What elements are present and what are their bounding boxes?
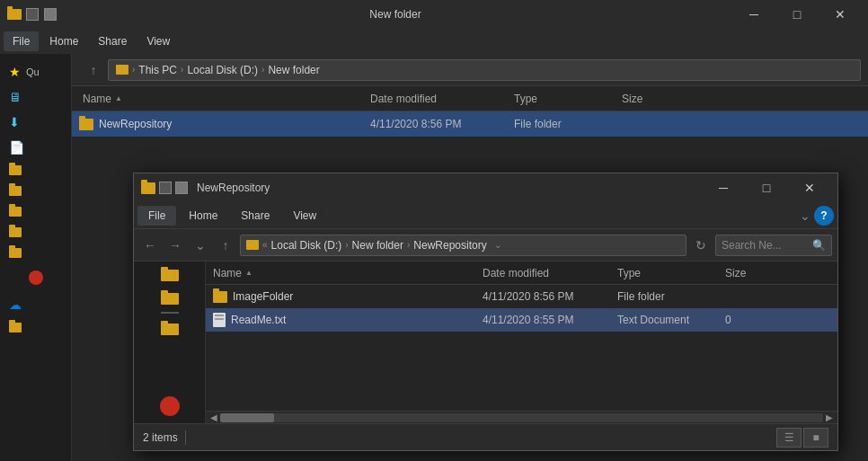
inner-sort-arrow: ▲ [245,269,252,277]
inner-forward-btn[interactable]: → [164,235,186,256]
sidebar-item-p[interactable] [4,162,67,179]
folder-icon-a [9,323,22,332]
bg-address-path[interactable]: › This PC › Local Disk (D:) › New folder [108,59,861,81]
bg-col-headers: Name ▲ Date modified Type Size [72,86,868,111]
bg-path-sep-2: › [181,65,183,75]
bg-close-btn[interactable]: ✕ [819,0,861,29]
inner-sidebar-folder2 [161,290,179,305]
inner-date-imagefolder: 4/11/2020 8:56 PM [477,290,612,303]
bg-menu-share[interactable]: Share [89,31,136,51]
bg-file-row-newrepo[interactable]: NewRepository 4/11/2020 8:56 PM File fol… [72,111,868,137]
bg-col-name-header[interactable]: Name ▲ [75,93,363,105]
inner-file-row-readme[interactable]: ReadMe.txt 4/11/2020 8:55 PM Text Docume… [206,308,837,332]
folder-icon-p [9,165,22,175]
bg-menu-home[interactable]: Home [40,31,87,51]
inner-addr-sep3: › [407,240,410,250]
bg-up-btn[interactable]: ↑ [83,59,104,81]
inner-maximize-btn[interactable]: □ [746,173,787,202]
inner-sidebar-folder3 [161,321,179,335]
bg-filename-label-newrepo: NewRepository [99,118,172,130]
inner-dropdown-btn[interactable]: ⌄ [190,235,211,256]
folder-icon-newrepo [79,119,93,130]
folder-icon-g1 [9,186,22,196]
inner-col-date-header[interactable]: Date modified [477,267,612,279]
bg-col-date-header[interactable]: Date modified [363,93,507,105]
scroll-right-btn[interactable]: ▶ [823,412,836,424]
inner-menu-view[interactable]: View [282,206,327,226]
inner-col-type-header[interactable]: Type [612,267,720,279]
sidebar-item-cr[interactable] [4,265,67,290]
inner-window-title: NewRepository [197,182,697,194]
bg-window-title: New folder [63,8,728,21]
view-details-btn[interactable]: ☰ [776,428,802,448]
scroll-left-btn[interactable]: ◀ [208,412,220,424]
bg-path-drive[interactable]: Local Disk (D:) [187,64,258,76]
inner-menu-dropdown-icon[interactable]: ⌄ [800,208,810,223]
monitor-icon: 🖥 [9,90,22,104]
status-divider [185,430,186,445]
inner-close-btn[interactable]: ✕ [789,173,830,202]
inner-file-name-imagefolder: ImageFolder [208,290,477,303]
bg-menu-view[interactable]: View [137,31,179,51]
sidebar-item-a[interactable] [4,319,67,336]
sidebar-item-doc[interactable]: 📄 [4,137,67,158]
bg-sidebar: ★ Qu 🖥 ⬇ 📄 [0,86,72,461]
inner-search-box[interactable]: Search Ne... 🔍 [715,235,832,256]
inner-search-placeholder: Search Ne... [722,239,782,252]
bg-path-folder[interactable]: New folder [268,64,319,76]
doc-icon: 📄 [9,140,24,155]
inner-menu-home[interactable]: Home [178,206,228,226]
cloud-icon: ☁ [9,297,22,312]
inner-type-imagefolder: File folder [612,290,720,303]
inner-path-repo[interactable]: NewRepository [413,239,486,252]
view-tiles-btn[interactable]: ■ [803,428,828,448]
bg-menu-file[interactable]: File [4,31,39,51]
status-item-count: 2 items [143,431,178,444]
inner-col-headers: Name ▲ Date modified Type Size [206,262,837,285]
inner-sidebar [134,262,206,423]
inner-menu-file[interactable]: File [137,206,176,226]
inner-sidebar-bottom [136,395,203,418]
view-buttons: ☰ ■ [776,428,828,448]
inner-minimize-btn[interactable]: ─ [703,173,744,202]
inner-help-btn[interactable]: ? [814,206,834,226]
inner-type-readme: Text Document [612,314,720,326]
inner-path-folder[interactable]: New folder [352,239,403,252]
bg-maximize-btn[interactable]: □ [776,0,818,29]
sidebar-item-d1[interactable]: 🖥 [4,86,67,108]
h-scrollbar-track[interactable] [220,413,823,422]
sidebar-item-or[interactable]: ☁ [4,294,67,315]
inner-title-save-icon [159,182,172,194]
inner-file-row-imagefolder[interactable]: ImageFolder 4/11/2020 8:56 PM File folde… [206,285,837,308]
h-scrollbar-thumb[interactable] [220,413,274,422]
inner-col-name-header[interactable]: Name ▲ [208,267,477,279]
inner-up-btn[interactable]: ↑ [215,235,236,256]
download-icon: ⬇ [9,115,20,129]
bg-col-type-header[interactable]: Type [507,93,615,105]
inner-col-size-header[interactable]: Size [720,267,765,279]
inner-addr-dropdown[interactable]: ⌄ [494,240,501,250]
inner-title-folder-icon [141,182,155,194]
bg-menu-bar: File Home Share View [0,29,868,54]
folder-icon-n2 [9,248,22,258]
bg-path-this-pc[interactable]: This PC [138,64,177,76]
inner-menu-share[interactable]: Share [230,206,280,226]
inner-filename-imagefolder: ImageFolder [233,290,293,303]
bg-window-controls: ─ □ ✕ [733,0,861,29]
sidebar-item-g1[interactable] [4,182,67,199]
sidebar-item-d2[interactable]: ⬇ [4,111,67,133]
sidebar-item-g2[interactable] [4,203,67,220]
bg-minimize-btn[interactable]: ─ [733,0,775,29]
sidebar-item-n1[interactable] [4,224,67,241]
inner-sidebar-folder1 [161,267,179,281]
inner-back-btn[interactable]: ← [139,235,161,256]
inner-address-bar: ← → ⌄ ↑ « Local Disk (D:) › New folder ›… [134,229,837,262]
inner-menu-bar: File Home Share View ⌄ ? [134,202,837,229]
inner-address-path[interactable]: « Local Disk (D:) › New folder › NewRepo… [240,235,686,256]
sidebar-item-n2[interactable] [4,244,67,262]
inner-file-list: ImageFolder 4/11/2020 8:56 PM File folde… [206,285,837,411]
inner-refresh-btn[interactable]: ↻ [690,235,712,256]
inner-path-drive[interactable]: Local Disk (D:) [271,239,342,252]
search-icon: 🔍 [812,239,826,252]
bg-col-size-header[interactable]: Size [615,93,686,105]
